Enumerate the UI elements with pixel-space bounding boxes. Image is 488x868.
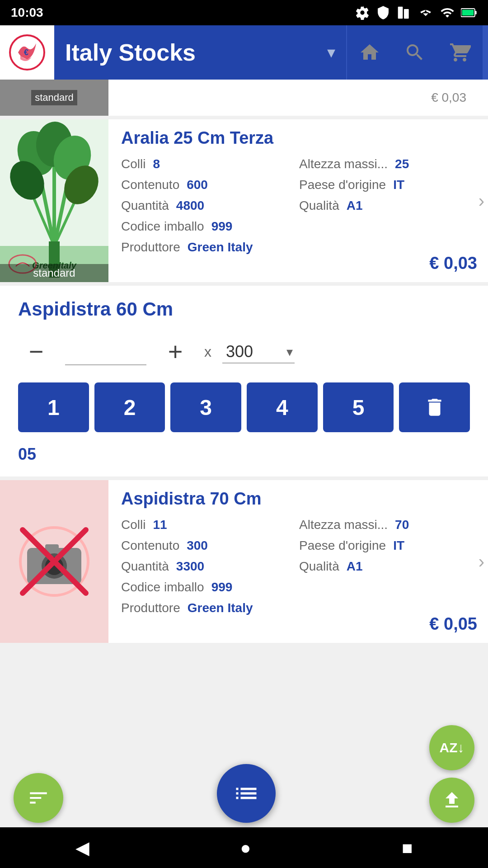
num-btn-3[interactable]: 3 — [170, 382, 241, 432]
product-price-aralia: € 0,03 — [429, 254, 477, 273]
product-image-aralia: GreenItaly standard — [0, 119, 108, 282]
order-row-number: 05 — [18, 445, 470, 464]
quantity-controls: − + x 300 600 900 ▾ — [18, 334, 470, 370]
svg-rect-3 — [475, 11, 477, 14]
detail2-produttore: Produttore Green Italy — [121, 601, 299, 615]
svg-rect-1 — [404, 9, 409, 19]
product-chevron-aralia[interactable]: › — [479, 191, 484, 211]
detail2-altezza: Altezza massi... 70 — [299, 518, 477, 532]
home-nav-button[interactable]: ● — [222, 832, 269, 863]
partial-product-image: standard — [0, 80, 108, 116]
plus-button[interactable]: + — [157, 334, 193, 370]
logo-container: € — [0, 25, 54, 80]
times-symbol: x — [204, 344, 211, 360]
detail2-paese: Paese d'origine IT — [299, 538, 477, 553]
az-sort-fab[interactable]: AZ↓ — [429, 725, 474, 770]
qty-select-wrapper: 300 600 900 ▾ — [222, 340, 295, 363]
battery-icon — [461, 6, 477, 19]
detail-contenuto: Contenuto 600 — [121, 178, 299, 192]
detail2-colli: Colli 11 — [121, 518, 299, 532]
list-fab[interactable] — [217, 764, 276, 823]
signal-icon — [440, 5, 455, 20]
qty-input-container — [65, 338, 146, 365]
product-details-aralia: Colli 8 Contenuto 600 Quantità 4800 Codi… — [121, 157, 477, 255]
detail2-contenuto: Contenuto 300 — [121, 538, 299, 553]
num-btn-4[interactable]: 4 — [247, 382, 318, 432]
app-logo: € — [9, 34, 45, 71]
svg-rect-26 — [45, 544, 59, 552]
detail-quantita: Quantità 4800 — [121, 198, 299, 213]
num-btn-5[interactable]: 5 — [323, 382, 394, 432]
product-chevron-aspidistra70[interactable]: › — [479, 552, 484, 572]
sim-icon — [397, 5, 411, 20]
header-divider — [483, 25, 488, 80]
num-btn-1[interactable]: 1 — [18, 382, 89, 432]
detail-col-left: Colli 8 Contenuto 600 Quantità 4800 Codi… — [121, 157, 299, 255]
filter-fab[interactable] — [14, 773, 63, 823]
product-name-aralia: Aralia 25 Cm Terza — [121, 128, 477, 148]
detail2-quantita: Quantità 3300 — [121, 559, 299, 574]
detail-col-left-2: Colli 11 Contenuto 300 Quantità 3300 Cod… — [121, 518, 299, 615]
recents-button[interactable]: ■ — [384, 832, 431, 863]
az-sort-label: AZ↓ — [440, 740, 465, 755]
product-price-aspidistra70: € 0,05 — [429, 614, 477, 634]
status-icons — [355, 5, 477, 20]
shield-icon — [376, 5, 390, 20]
detail-paese: Paese d'origine IT — [299, 178, 477, 192]
detail2-codice: Codice imballo 999 — [121, 580, 299, 594]
partial-product-top: standard € 0,03 — [0, 80, 488, 116]
number-pad: 1 2 3 4 5 — [18, 382, 470, 432]
header-actions — [346, 25, 488, 80]
num-btn-2[interactable]: 2 — [94, 382, 165, 432]
fab-right-group: AZ↓ — [429, 725, 474, 823]
qty-select[interactable]: 300 600 900 — [222, 340, 295, 363]
order-section-aspidistra60: Aspidistra 60 Cm − + x 300 600 900 ▾ 1 2… — [0, 286, 488, 476]
detail2-qualita: Qualità A1 — [299, 559, 477, 574]
partial-product-price: € 0,03 — [108, 90, 477, 105]
header-title-section[interactable]: Italy Stocks ▾ — [54, 39, 346, 66]
order-title: Aspidistra 60 Cm — [18, 298, 470, 320]
dropdown-icon[interactable]: ▾ — [327, 43, 335, 62]
delete-button[interactable] — [399, 382, 470, 432]
minus-button[interactable]: − — [18, 334, 54, 370]
detail-col-right-2: Altezza massi... 70 Paese d'origine IT Q… — [299, 518, 477, 615]
status-time: 10:03 — [11, 5, 43, 20]
app-title: Italy Stocks — [65, 39, 322, 66]
product-image-aspidistra70 — [0, 480, 108, 643]
svg-rect-0 — [398, 7, 403, 19]
search-button[interactable] — [392, 25, 437, 80]
detail-colli: Colli 8 — [121, 157, 299, 171]
detail-produttore: Produttore Green Italy — [121, 240, 299, 255]
product-name-aspidistra70: Aspidistra 70 Cm — [121, 489, 477, 509]
upload-fab[interactable] — [429, 778, 474, 823]
product-card-aspidistra70: Aspidistra 70 Cm Colli 11 Contenuto 300 … — [0, 480, 488, 643]
nav-bar: ◀ ● ■ — [0, 827, 488, 868]
detail-codice: Codice imballo 999 — [121, 219, 299, 234]
svg-text:€: € — [24, 48, 28, 57]
plant-illustration: GreenItaly — [0, 119, 108, 282]
detail-qualita: Qualità A1 — [299, 198, 477, 213]
partial-product-label: standard — [31, 90, 77, 105]
cart-button[interactable] — [437, 25, 483, 80]
product-image-label-aralia: standard — [0, 264, 108, 282]
back-button[interactable]: ◀ — [57, 832, 108, 863]
bottom-spacer — [0, 646, 488, 746]
detail-altezza: Altezza massi... 25 — [299, 157, 477, 171]
product-details-aspidistra70: Colli 11 Contenuto 300 Quantità 3300 Cod… — [121, 518, 477, 615]
svg-rect-4 — [462, 10, 474, 16]
wifi-icon — [418, 6, 434, 19]
settings-icon — [355, 5, 370, 20]
no-image-icon — [18, 525, 90, 598]
detail-col-right: Altezza massi... 25 Paese d'origine IT Q… — [299, 157, 477, 255]
home-button[interactable] — [347, 25, 392, 80]
status-bar: 10:03 — [0, 0, 488, 25]
app-header: € Italy Stocks ▾ — [0, 25, 488, 80]
product-card-aralia: GreenItaly standard Aralia 25 Cm Terza C… — [0, 119, 488, 282]
